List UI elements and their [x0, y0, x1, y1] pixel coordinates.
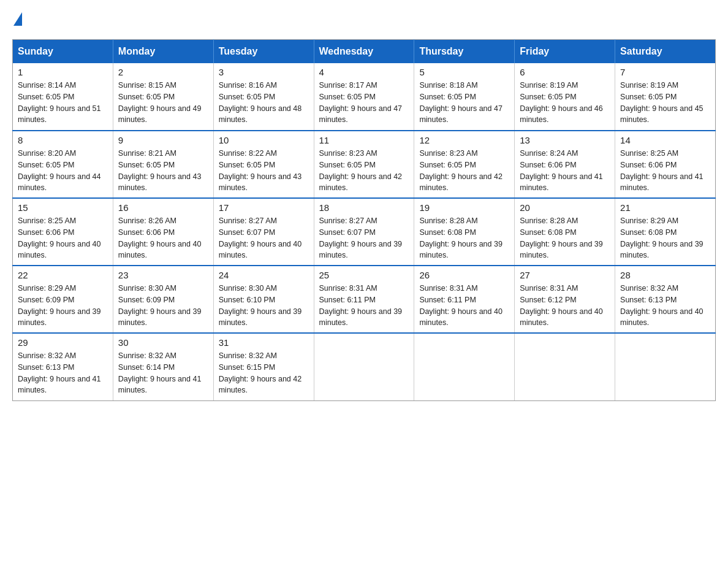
day-number: 25 [319, 270, 409, 280]
day-info: Sunrise: 8:32 AMSunset: 6:13 PMDaylight:… [18, 351, 101, 394]
day-number: 9 [118, 135, 208, 145]
day-info: Sunrise: 8:29 AMSunset: 6:09 PMDaylight:… [18, 284, 101, 327]
calendar-day-5: 5 Sunrise: 8:18 AMSunset: 6:05 PMDayligh… [414, 63, 515, 131]
day-info: Sunrise: 8:29 AMSunset: 6:08 PMDaylight:… [620, 216, 703, 259]
calendar-empty-cell [314, 333, 414, 400]
calendar-day-23: 23 Sunrise: 8:30 AMSunset: 6:09 PMDaylig… [113, 266, 213, 333]
day-number: 16 [118, 202, 208, 213]
day-info: Sunrise: 8:32 AMSunset: 6:15 PMDaylight:… [219, 351, 302, 394]
calendar-day-10: 10 Sunrise: 8:22 AMSunset: 6:05 PMDaylig… [213, 131, 314, 198]
calendar-day-28: 28 Sunrise: 8:32 AMSunset: 6:13 PMDaylig… [615, 266, 716, 333]
calendar-header-friday: Friday [515, 40, 615, 64]
calendar-day-7: 7 Sunrise: 8:19 AMSunset: 6:05 PMDayligh… [615, 63, 716, 131]
calendar-day-12: 12 Sunrise: 8:23 AMSunset: 6:05 PMDaylig… [414, 131, 515, 198]
day-info: Sunrise: 8:32 AMSunset: 6:14 PMDaylight:… [118, 351, 202, 394]
calendar-day-21: 21 Sunrise: 8:29 AMSunset: 6:08 PMDaylig… [615, 198, 716, 266]
day-number: 14 [620, 135, 710, 145]
calendar-week-row: 8 Sunrise: 8:20 AMSunset: 6:05 PMDayligh… [13, 131, 716, 198]
day-info: Sunrise: 8:30 AMSunset: 6:10 PMDaylight:… [219, 284, 302, 327]
calendar-day-8: 8 Sunrise: 8:20 AMSunset: 6:05 PMDayligh… [13, 131, 113, 198]
day-number: 10 [219, 135, 309, 145]
day-number: 8 [18, 135, 108, 145]
calendar-day-1: 1 Sunrise: 8:14 AMSunset: 6:05 PMDayligh… [13, 63, 113, 131]
page-header [12, 12, 716, 27]
day-number: 6 [520, 67, 610, 77]
calendar-day-25: 25 Sunrise: 8:31 AMSunset: 6:11 PMDaylig… [314, 266, 414, 333]
day-number: 12 [419, 135, 509, 145]
calendar-header-row: SundayMondayTuesdayWednesdayThursdayFrid… [13, 40, 716, 64]
day-number: 20 [520, 202, 610, 213]
calendar-day-4: 4 Sunrise: 8:17 AMSunset: 6:05 PMDayligh… [314, 63, 414, 131]
day-info: Sunrise: 8:30 AMSunset: 6:09 PMDaylight:… [118, 284, 202, 327]
calendar-day-30: 30 Sunrise: 8:32 AMSunset: 6:14 PMDaylig… [113, 333, 213, 400]
calendar-header-tuesday: Tuesday [213, 40, 314, 64]
day-info: Sunrise: 8:27 AMSunset: 6:07 PMDaylight:… [319, 216, 403, 259]
day-number: 1 [18, 67, 108, 77]
calendar-day-13: 13 Sunrise: 8:24 AMSunset: 6:06 PMDaylig… [515, 131, 615, 198]
day-number: 15 [18, 202, 108, 213]
calendar-header-thursday: Thursday [414, 40, 515, 64]
day-info: Sunrise: 8:31 AMSunset: 6:12 PMDaylight:… [520, 284, 603, 327]
calendar-day-11: 11 Sunrise: 8:23 AMSunset: 6:05 PMDaylig… [314, 131, 414, 198]
calendar-day-22: 22 Sunrise: 8:29 AMSunset: 6:09 PMDaylig… [13, 266, 113, 333]
day-info: Sunrise: 8:27 AMSunset: 6:07 PMDaylight:… [219, 216, 302, 259]
calendar-day-27: 27 Sunrise: 8:31 AMSunset: 6:12 PMDaylig… [515, 266, 615, 333]
day-info: Sunrise: 8:24 AMSunset: 6:06 PMDaylight:… [520, 149, 603, 192]
day-number: 30 [118, 337, 208, 348]
day-number: 11 [319, 135, 409, 145]
day-info: Sunrise: 8:28 AMSunset: 6:08 PMDaylight:… [520, 216, 603, 259]
calendar-week-row: 22 Sunrise: 8:29 AMSunset: 6:09 PMDaylig… [13, 266, 716, 333]
day-info: Sunrise: 8:20 AMSunset: 6:05 PMDaylight:… [18, 149, 101, 192]
calendar-header-monday: Monday [113, 40, 213, 64]
day-info: Sunrise: 8:21 AMSunset: 6:05 PMDaylight:… [118, 149, 202, 192]
calendar-week-row: 15 Sunrise: 8:25 AMSunset: 6:06 PMDaylig… [13, 198, 716, 266]
calendar-table: SundayMondayTuesdayWednesdayThursdayFrid… [12, 39, 716, 401]
day-info: Sunrise: 8:28 AMSunset: 6:08 PMDaylight:… [419, 216, 502, 259]
day-info: Sunrise: 8:19 AMSunset: 6:05 PMDaylight:… [520, 81, 603, 124]
calendar-header-sunday: Sunday [13, 40, 113, 64]
calendar-week-row: 29 Sunrise: 8:32 AMSunset: 6:13 PMDaylig… [13, 333, 716, 400]
calendar-empty-cell [615, 333, 716, 400]
logo [12, 12, 22, 27]
day-number: 5 [419, 67, 509, 77]
day-info: Sunrise: 8:31 AMSunset: 6:11 PMDaylight:… [319, 284, 403, 327]
day-info: Sunrise: 8:31 AMSunset: 6:11 PMDaylight:… [419, 284, 502, 327]
day-info: Sunrise: 8:18 AMSunset: 6:05 PMDaylight:… [419, 81, 502, 124]
day-number: 26 [419, 270, 509, 280]
day-info: Sunrise: 8:23 AMSunset: 6:05 PMDaylight:… [319, 149, 403, 192]
day-info: Sunrise: 8:25 AMSunset: 6:06 PMDaylight:… [620, 149, 703, 192]
day-number: 7 [620, 67, 710, 77]
logo-arrow-icon [13, 12, 22, 26]
day-info: Sunrise: 8:22 AMSunset: 6:05 PMDaylight:… [219, 149, 302, 192]
calendar-day-3: 3 Sunrise: 8:16 AMSunset: 6:05 PMDayligh… [213, 63, 314, 131]
day-number: 28 [620, 270, 710, 280]
calendar-day-31: 31 Sunrise: 8:32 AMSunset: 6:15 PMDaylig… [213, 333, 314, 400]
day-number: 23 [118, 270, 208, 280]
calendar-day-29: 29 Sunrise: 8:32 AMSunset: 6:13 PMDaylig… [13, 333, 113, 400]
calendar-day-2: 2 Sunrise: 8:15 AMSunset: 6:05 PMDayligh… [113, 63, 213, 131]
day-number: 4 [319, 67, 409, 77]
calendar-day-17: 17 Sunrise: 8:27 AMSunset: 6:07 PMDaylig… [213, 198, 314, 266]
day-info: Sunrise: 8:23 AMSunset: 6:05 PMDaylight:… [419, 149, 502, 192]
calendar-day-20: 20 Sunrise: 8:28 AMSunset: 6:08 PMDaylig… [515, 198, 615, 266]
calendar-day-18: 18 Sunrise: 8:27 AMSunset: 6:07 PMDaylig… [314, 198, 414, 266]
day-info: Sunrise: 8:17 AMSunset: 6:05 PMDaylight:… [319, 81, 403, 124]
calendar-day-19: 19 Sunrise: 8:28 AMSunset: 6:08 PMDaylig… [414, 198, 515, 266]
calendar-week-row: 1 Sunrise: 8:14 AMSunset: 6:05 PMDayligh… [13, 63, 716, 131]
day-info: Sunrise: 8:14 AMSunset: 6:05 PMDaylight:… [18, 81, 101, 124]
calendar-day-14: 14 Sunrise: 8:25 AMSunset: 6:06 PMDaylig… [615, 131, 716, 198]
calendar-empty-cell [515, 333, 615, 400]
day-info: Sunrise: 8:32 AMSunset: 6:13 PMDaylight:… [620, 284, 703, 327]
day-number: 24 [219, 270, 309, 280]
calendar-empty-cell [414, 333, 515, 400]
day-number: 18 [319, 202, 409, 213]
calendar-header-saturday: Saturday [615, 40, 716, 64]
calendar-day-16: 16 Sunrise: 8:26 AMSunset: 6:06 PMDaylig… [113, 198, 213, 266]
day-info: Sunrise: 8:16 AMSunset: 6:05 PMDaylight:… [219, 81, 302, 124]
day-number: 3 [219, 67, 309, 77]
day-number: 17 [219, 202, 309, 213]
day-number: 2 [118, 67, 208, 77]
day-number: 31 [219, 337, 309, 348]
day-info: Sunrise: 8:15 AMSunset: 6:05 PMDaylight:… [118, 81, 202, 124]
calendar-day-6: 6 Sunrise: 8:19 AMSunset: 6:05 PMDayligh… [515, 63, 615, 131]
